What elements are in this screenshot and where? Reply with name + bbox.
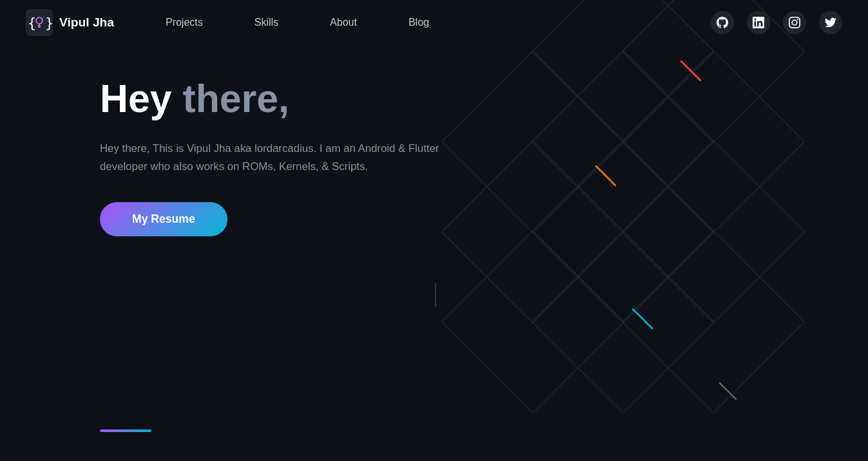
svg-rect-10 <box>622 141 805 323</box>
logo-icon: { } <box>26 9 53 36</box>
svg-rect-14 <box>442 141 624 323</box>
nav-link-about[interactable]: About <box>330 17 357 28</box>
svg-line-21 <box>720 383 736 399</box>
svg-rect-7 <box>532 51 715 233</box>
svg-rect-9 <box>532 141 715 323</box>
hero-section: Hey there, Hey there, This is Vipul Jha … <box>100 77 441 236</box>
navbar: { } Vipul Jha Projects Skills About Blog <box>0 0 868 45</box>
github-icon[interactable] <box>711 11 734 34</box>
brand-name: Vipul Jha <box>59 15 114 30</box>
nav-links: Projects Skills About Blog <box>166 17 429 28</box>
twitter-icon[interactable] <box>819 11 842 34</box>
nav-social <box>711 11 842 34</box>
hero-heading: Hey there, <box>100 77 441 120</box>
diamond-grid-svg <box>430 0 868 461</box>
hero-heading-white: Hey <box>100 77 182 120</box>
nav-link-projects[interactable]: Projects <box>166 17 203 28</box>
svg-text:}: } <box>45 15 53 31</box>
svg-line-20 <box>633 309 652 328</box>
resume-button[interactable]: My Resume <box>100 202 227 236</box>
decorative-area <box>430 0 868 461</box>
svg-line-19 <box>596 166 615 185</box>
svg-line-18 <box>681 61 700 80</box>
instagram-icon[interactable] <box>783 11 806 34</box>
nav-link-blog[interactable]: Blog <box>409 17 429 28</box>
hero-description: Hey there, This is Vipul Jha aka lordarc… <box>100 140 441 176</box>
nav-center: Projects Skills About Blog <box>114 17 711 28</box>
bottom-accent-line <box>100 429 151 432</box>
linkedin-icon[interactable] <box>747 11 770 34</box>
svg-rect-12 <box>622 231 805 413</box>
hero-heading-gray: there, <box>182 77 289 120</box>
brand-logo[interactable]: { } Vipul Jha <box>26 9 114 36</box>
svg-rect-13 <box>442 51 624 233</box>
svg-rect-8 <box>622 51 805 233</box>
svg-rect-15 <box>442 231 624 413</box>
nav-link-skills[interactable]: Skills <box>255 17 278 28</box>
svg-text:{: { <box>28 15 36 31</box>
svg-rect-11 <box>532 231 715 413</box>
